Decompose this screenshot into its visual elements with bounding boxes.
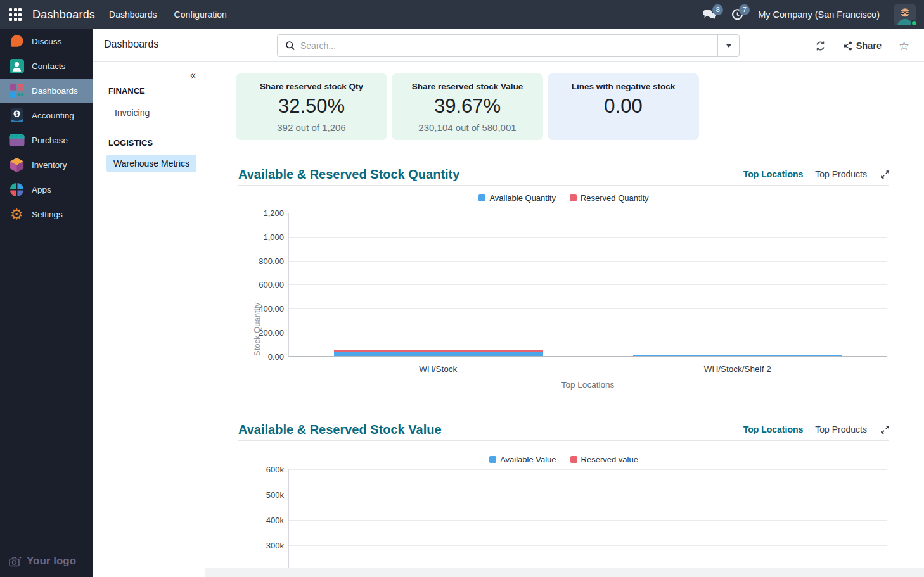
chart-legend: Available ValueReserved value — [238, 455, 889, 466]
topbar-right: 8 7 My Company (San Francisco) — [702, 4, 924, 25]
app-sidebar: Discuss Contacts Dashboards $ — [0, 29, 93, 577]
section-header: Available & Reserved Stock Quantity Top … — [238, 166, 889, 186]
gridline — [289, 333, 887, 333]
share-label: Share — [856, 41, 882, 51]
y-tick-label: 1,200 — [263, 208, 284, 218]
sidebar-item-apps[interactable]: Apps — [0, 177, 93, 202]
expand-icon[interactable] — [881, 426, 889, 434]
y-tick-label: 600.00 — [259, 280, 284, 289]
gridline — [289, 261, 887, 262]
company-logo[interactable]: Your logo — [0, 545, 93, 577]
nav-section-logistics: LOGISTICS — [108, 138, 153, 148]
horizontal-scrollbar[interactable] — [205, 568, 924, 577]
contacts-icon — [8, 58, 25, 75]
search-input[interactable] — [295, 41, 717, 51]
kpi-value: 32.50% — [236, 95, 387, 118]
gridline — [289, 357, 887, 357]
messages-button[interactable]: 8 — [702, 9, 717, 21]
gear-icon: ⚙ — [8, 206, 25, 223]
chart-legend: Available QuantityReserved Quantity — [238, 193, 889, 204]
kpi-card-negative-stock-lines[interactable]: Lines with negative stock 0.00 — [548, 73, 699, 140]
kpi-title: Share reserved stock Value — [392, 82, 543, 91]
refresh-button[interactable] — [815, 41, 826, 51]
legend-swatch — [570, 194, 577, 201]
activities-badge: 7 — [739, 4, 750, 15]
breadcrumb[interactable]: Dashboards — [104, 39, 158, 50]
legend-swatch — [478, 194, 485, 201]
sidebar-item-label: Discuss — [32, 37, 61, 46]
y-tick-label: 0.00 — [268, 352, 284, 361]
dashboard-nav-panel: « FINANCE Invoicing LOGISTICS Warehouse … — [93, 62, 205, 577]
share-icon — [843, 41, 852, 51]
activities-button[interactable]: 7 — [731, 9, 743, 21]
x-tick-label: WH/Stock — [419, 364, 457, 374]
favorite-button[interactable]: ☆ — [899, 40, 909, 52]
kpi-card-share-reserved-value[interactable]: Share reserved stock Value 39.67% 230,10… — [392, 73, 543, 140]
legend-item[interactable]: Reserved value — [570, 455, 638, 464]
gridline — [289, 284, 887, 285]
x-tick-label: WH/Stock/Shelf 2 — [704, 364, 771, 374]
gridline — [289, 469, 887, 470]
y-tick-label: 1,000 — [263, 232, 284, 241]
kpi-value: 0.00 — [548, 95, 699, 118]
legend-label: Reserved value — [581, 455, 638, 464]
kpi-card-share-reserved-qty[interactable]: Share reserved stock Qty 32.50% 392 out … — [236, 73, 387, 140]
x-axis-title: Top Locations — [288, 380, 887, 390]
legend-item[interactable]: Available Value — [489, 455, 556, 464]
link-top-products[interactable]: Top Products — [815, 424, 867, 434]
control-panel-actions: Share ☆ — [815, 29, 924, 62]
gridline — [289, 545, 887, 546]
search-options-toggle[interactable] — [717, 35, 739, 56]
sidebar-item-purchase[interactable]: Purchase — [0, 128, 93, 153]
menu-item-dashboards[interactable]: Dashboards — [109, 10, 157, 20]
company-switcher[interactable]: My Company (San Francisco) — [758, 10, 880, 20]
gridline — [289, 495, 887, 495]
bar-segment[interactable] — [633, 355, 842, 355]
section-title: Available & Reserved Stock Value — [238, 421, 442, 438]
search-icon — [285, 41, 295, 51]
legend-swatch — [570, 456, 577, 463]
sidebar-item-accounting[interactable]: $ Accounting — [0, 103, 93, 128]
link-top-locations[interactable]: Top Locations — [743, 169, 804, 179]
nav-item-warehouse-metrics[interactable]: Warehouse Metrics — [106, 155, 196, 172]
kpi-subtitle: 392 out of 1,206 — [236, 122, 387, 133]
expand-icon[interactable] — [881, 170, 889, 179]
link-top-locations[interactable]: Top Locations — [743, 424, 804, 434]
link-top-products[interactable]: Top Products — [815, 169, 867, 179]
sidebar-item-dashboards[interactable]: Dashboards — [0, 79, 93, 103]
sidebar-item-contacts[interactable]: Contacts — [0, 54, 93, 79]
legend-item[interactable]: Reserved Quantity — [570, 193, 649, 203]
section-stock-quantity: Available & Reserved Stock Quantity Top … — [238, 166, 889, 390]
kpi-title: Lines with negative stock — [548, 82, 699, 91]
top-menu: Dashboards Configuration — [109, 10, 227, 20]
y-tick-label: 600k — [266, 465, 284, 474]
inventory-icon — [8, 157, 25, 174]
kpi-title: Share reserved stock Qty — [236, 82, 387, 91]
plot-area: Stock Quantity 1,2001,000800.00600.00400… — [288, 213, 887, 357]
dashboard-main: Share reserved stock Qty 32.50% 392 out … — [205, 62, 924, 577]
y-tick-label: 400k — [266, 516, 284, 525]
y-axis-title: Stock Value — [252, 469, 262, 577]
sidebar-item-label: Purchase — [32, 136, 68, 145]
menu-item-configuration[interactable]: Configuration — [174, 10, 227, 20]
user-avatar[interactable] — [894, 4, 916, 25]
collapse-panel-button[interactable]: « — [190, 70, 196, 81]
bar-segment[interactable] — [334, 350, 543, 352]
sidebar-item-discuss[interactable]: Discuss — [0, 29, 93, 54]
plot-area: Stock Value 600k500k400k300k — [288, 469, 887, 577]
sidebar-item-label: Dashboards — [32, 86, 78, 96]
bar-segment[interactable] — [334, 352, 543, 356]
apps-icon — [8, 182, 25, 198]
apps-grid-icon[interactable] — [9, 8, 22, 21]
legend-item[interactable]: Available Quantity — [478, 193, 556, 203]
legend-label: Reserved Quantity — [581, 193, 649, 203]
section-header: Available & Reserved Stock Value Top Loc… — [238, 421, 889, 441]
app-title[interactable]: Dashboards — [32, 8, 95, 22]
nav-item-invoicing[interactable]: Invoicing — [115, 108, 150, 118]
y-tick-label: 400.00 — [259, 304, 284, 314]
section-links: Top Locations Top Products — [743, 169, 889, 179]
sidebar-item-inventory[interactable]: Inventory — [0, 153, 93, 177]
share-button[interactable]: Share — [843, 41, 882, 51]
sidebar-item-settings[interactable]: ⚙ Settings — [0, 202, 93, 227]
chart-stock-value: Stock Value 600k500k400k300k — [238, 469, 889, 577]
